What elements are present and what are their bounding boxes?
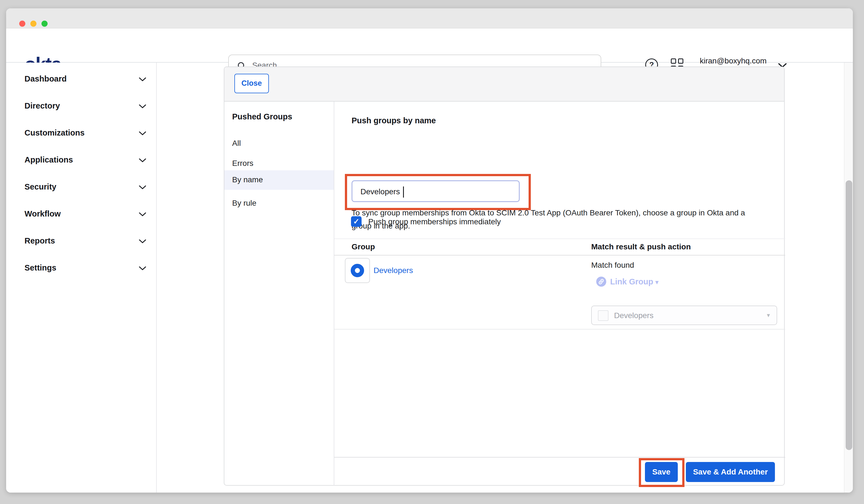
chevron-down-icon [139,266,146,271]
browser-window: okta ? kiran@boxyhq.com okta-dev-2090126… [6,8,853,493]
table-header-border [334,255,785,255]
scrollbar-track[interactable] [844,63,853,493]
subnav-item-label: By rule [232,199,256,208]
table-top-border [334,239,785,239]
app-header: okta ? kiran@boxyhq.com okta-dev-2090126… [6,28,853,63]
grid-square [671,58,676,64]
app-group-value: Developers [614,311,653,320]
sidebar-item-label: Customizations [24,128,85,137]
checkmark-icon: ✓ [353,217,360,226]
sidebar-item-security[interactable]: Security [6,177,156,197]
group-name-input-value: Developers [360,187,400,196]
zoom-window-icon[interactable] [41,21,48,27]
link-icon [596,277,606,287]
subnav-item-by-rule[interactable]: By rule [224,194,334,214]
chevron-down-icon [139,239,146,244]
subnav-item-label: By name [232,175,263,184]
sidebar-item-label: Directory [24,101,60,110]
sidebar-item-directory[interactable]: Directory [6,96,156,116]
footer-divider [334,457,785,457]
sidebar-item-reports[interactable]: Reports [6,231,156,251]
save-add-another-button[interactable]: Save & Add Another [686,462,775,482]
group-name-input[interactable]: Developers [351,180,520,202]
scrollbar-thumb[interactable] [845,180,852,450]
link-group-caret-icon: ▾ [655,278,659,286]
close-window-icon[interactable] [19,21,25,27]
sidebar-item-label: Settings [24,263,56,273]
sidebar-item-label: Workflow [24,209,61,218]
dropdown-caret-icon: ▾ [767,312,770,319]
sidebar-item-label: Dashboard [24,74,67,84]
account-email: kiran@boxyhq.com [692,56,775,66]
grid-square [678,58,683,64]
annotation-highlight-input: Developers [345,174,531,210]
sidebar-item-customizations[interactable]: Customizations [6,123,156,143]
sidebar-item-label: Reports [24,236,55,245]
group-name-link[interactable]: Developers [374,266,413,275]
sidebar-item-workflow[interactable]: Workflow [6,204,156,224]
pushed-groups-panel: Close Pushed Groups All Errors By name B… [224,67,785,485]
minimize-window-icon[interactable] [30,21,36,27]
push-immediately-checkbox[interactable]: ✓ [351,216,362,227]
main-sidebar: Dashboard Directory Customizations Appli… [6,63,157,493]
subnav-item-label: All [232,139,241,148]
sidebar-item-applications[interactable]: Applications [6,150,156,170]
subnav-item-all[interactable]: All [224,134,334,154]
subnav-divider [334,101,334,485]
close-button[interactable]: Close [235,74,269,93]
chevron-down-icon [139,131,146,136]
subnav-item-label: Errors [232,159,253,168]
table-row-border [334,329,785,329]
app-group-icon [598,310,609,321]
push-immediately-label: Push group memberships immediately [368,217,501,226]
chevron-down-icon [139,212,146,217]
match-status: Match found [591,261,634,270]
chevron-down-icon [139,185,146,190]
save-button[interactable]: Save [645,462,678,482]
window-titlebar [6,8,853,28]
column-header-match: Match result & push action [591,242,691,251]
sidebar-item-dashboard[interactable]: Dashboard [6,69,156,89]
chevron-down-icon [139,158,146,163]
chevron-down-icon [139,104,146,109]
chevron-down-icon [139,77,146,82]
subnav-item-by-name[interactable]: By name [224,170,334,190]
column-header-group: Group [351,242,375,251]
subnav-title: Pushed Groups [232,112,292,121]
panel-toolbar: Close [224,67,784,101]
link-group-label: Link Group [610,277,653,286]
sidebar-item-settings[interactable]: Settings [6,258,156,278]
text-caret [403,187,404,197]
group-icon [351,264,364,277]
sidebar-item-label: Applications [24,155,73,165]
sidebar-item-label: Security [24,182,56,191]
app-group-dropdown[interactable]: Developers ▾ [591,305,777,325]
form-title: Push groups by name [351,116,436,125]
group-icon-tile [345,258,370,283]
